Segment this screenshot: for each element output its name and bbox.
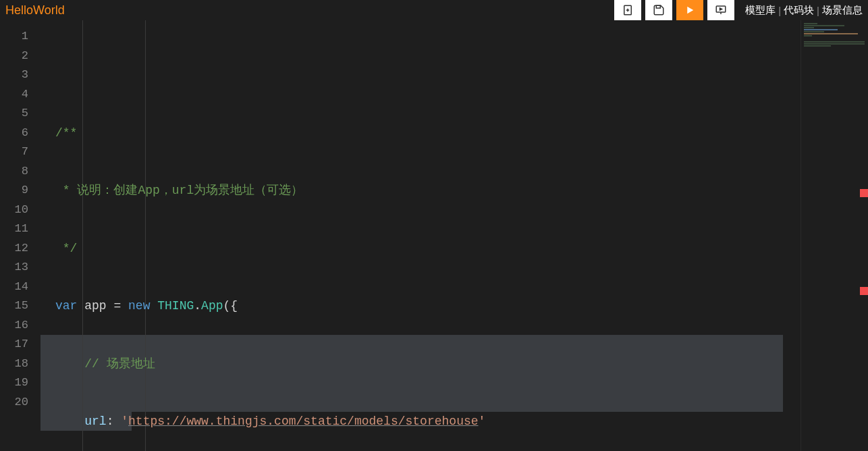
save-icon [653,4,665,16]
line-number: 1 [0,27,28,47]
line-number: 14 [0,277,28,297]
new-file-button[interactable] [614,0,641,20]
tab-separator: | [817,5,819,16]
line-number: 17 [0,335,28,354]
code-editor[interactable]: 1 2 3 4 5 6 7 8 9 10 11 12 13 14 15 16 1… [0,20,868,451]
tab-model-library[interactable]: 模型库 [745,4,776,17]
line-number: 11 [0,219,28,239]
save-button[interactable] [645,0,672,20]
tab-separator: | [778,5,781,16]
code-line: url: 'https://www.thingjs.com/static/mod… [40,412,868,431]
present-button[interactable] [707,0,734,20]
tab-code-blocks[interactable]: 代码块 [784,4,814,17]
line-number: 3 [0,65,28,85]
line-number: 6 [0,124,28,143]
svg-marker-4 [687,7,693,14]
line-number: 10 [0,201,28,220]
line-number-gutter: 1 2 3 4 5 6 7 8 9 10 11 12 13 14 15 16 1… [0,20,40,451]
code-line: // 场景地址 [40,354,868,374]
indent-guide [145,20,146,451]
present-icon [715,4,727,16]
play-icon [684,4,696,16]
line-number: 15 [0,296,28,316]
code-line: /** [40,124,868,143]
minimap-content [801,20,868,47]
code-line: * 说明：创建App，url为场景地址（可选） [40,181,868,201]
line-number: 7 [0,142,28,162]
code-line: var app = new THING.App({ [40,296,868,316]
line-number: 9 [0,181,28,201]
run-button[interactable] [676,0,703,20]
header-actions: 模型库 | 代码块 | 场景信息 [614,0,863,20]
line-number: 13 [0,258,28,277]
error-marker[interactable] [860,189,868,197]
code-line: */ [40,239,868,259]
line-number: 4 [0,85,28,105]
line-number: 2 [0,47,28,66]
line-number: 5 [0,104,28,124]
line-number: 8 [0,162,28,182]
error-marker[interactable] [860,287,868,295]
header: HelloWorld 模型库 | 代码块 | 场景信息 [0,0,868,20]
line-number: 18 [0,354,28,374]
line-number: 16 [0,316,28,336]
line-number: 19 [0,373,28,393]
svg-marker-6 [720,8,722,10]
line-number: 20 [0,393,28,413]
line-number: 12 [0,239,28,259]
tab-scene-info[interactable]: 场景信息 [822,4,863,17]
svg-rect-3 [656,5,660,8]
header-tabs: 模型库 | 代码块 | 场景信息 [745,4,863,17]
new-file-icon [622,4,634,16]
minimap[interactable] [801,20,868,451]
page-title: HelloWorld [5,3,65,18]
code-content[interactable]: /** * 说明：创建App，url为场景地址（可选） */ var app =… [40,20,868,451]
indent-guide [82,20,83,451]
